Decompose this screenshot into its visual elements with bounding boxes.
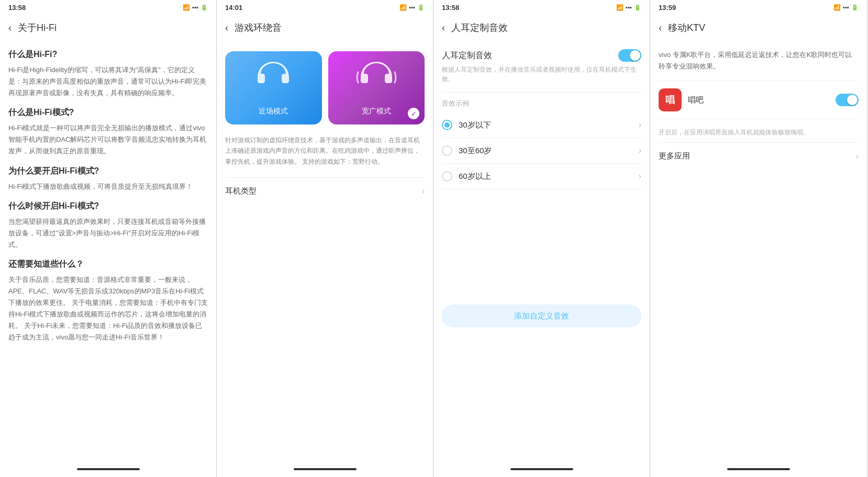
wifi-icon-2: ▪▪▪ <box>409 4 415 10</box>
page-title-3: 人耳定制音效 <box>451 21 508 34</box>
bottom-bar-2 <box>217 461 433 477</box>
back-button-3[interactable]: ‹ <box>442 22 445 33</box>
more-apps-row[interactable]: 更多应用 › <box>659 143 859 169</box>
app-name-changba: 唱吧 <box>688 95 704 105</box>
toggle-thumb-changba <box>847 95 858 105</box>
home-indicator-4 <box>727 468 790 470</box>
battery-icon-4: 🔋 <box>851 4 859 11</box>
more-apps-chevron: › <box>856 152 859 161</box>
status-icons-3: 📶 ▪▪▪ 🔋 <box>616 4 641 11</box>
ktv-content: vivo 专属K歌平台，采用低延迟近返技术，让您在K歌同时也可以聆享专业混响效果… <box>650 41 867 461</box>
signal-icon-4: 📶 <box>833 4 841 11</box>
radio-chevron-1: › <box>639 146 641 155</box>
radio-row-2[interactable]: 60岁以上 › <box>442 164 641 189</box>
status-icons-2: 📶 ▪▪▪ 🔋 <box>399 4 425 11</box>
toggle-thumb <box>630 50 640 61</box>
app-info: 唱吧 <box>688 95 704 105</box>
app-left-changba: 唱 唱吧 <box>659 88 704 111</box>
page-title-1: 关于Hi-Fi <box>18 21 57 34</box>
hifi-h5: 还需要知道些什么？ <box>8 259 208 270</box>
panel-mobile-ktv: 13:59 📶 ▪▪▪ 🔋 ‹ 移动KTV vivo 专属K歌平台，采用低延迟近… <box>650 0 867 477</box>
back-button-1[interactable]: ‹ <box>8 22 12 33</box>
app-row-changba: 唱 唱吧 <box>659 81 859 119</box>
radio-circle-2 <box>442 171 452 181</box>
time-1: 13:58 <box>8 4 26 12</box>
ear-feature-desc: 根据人耳定制音效，并在播放音乐或者视频时使用，仅在耳机模式下生效。 <box>442 65 641 84</box>
radio-left-0: 30岁以下 <box>442 120 491 130</box>
bottom-bar-3 <box>433 461 650 477</box>
hifi-section-4: 什么时候开启Hi-Fi模式? 当您渴望获得最逼真的原声效果时，只要连接耳机或音箱… <box>8 201 208 251</box>
surround-content: 近场模式 宽广模式 ✓ 针对游戏订制的虚拟环绕音技术，基于游戏的多声道输出，在音… <box>217 41 433 461</box>
status-icons-1: 📶 ▪▪▪ 🔋 <box>183 4 208 11</box>
wifi-icon-3: ▪▪▪ <box>626 4 632 10</box>
hifi-h1: 什么是Hi-Fi? <box>8 49 208 60</box>
hifi-section-2: 什么是Hi-Fi模式? Hi-Fi模式就是一种可以将声音完全无损输出的播放模式，… <box>8 107 208 157</box>
status-bar-2: 14:01 📶 ▪▪▪ 🔋 <box>217 0 433 15</box>
card-wide-label: 宽广模式 <box>362 107 391 116</box>
hifi-p3: Hi-Fi模式下播放歌曲或视频，可将音质提升至无损纯真境界！ <box>8 181 208 192</box>
hifi-content: 什么是Hi-Fi? Hi-Fi是High-Fidelity的缩写，可以将其译为"… <box>0 41 216 461</box>
hifi-p4: 当您渴望获得最逼真的原声效果时，只要连接耳机或音箱等外接播放设备，可通过"设置>… <box>8 216 208 251</box>
hifi-p1: Hi-Fi是High-Fidelity的缩写，可以将其译为"高保真"，它的定义是… <box>8 64 208 99</box>
battery-icon-3: 🔋 <box>634 4 641 11</box>
hifi-section-1: 什么是Hi-Fi? Hi-Fi是High-Fidelity的缩写，可以将其译为"… <box>8 49 208 99</box>
home-indicator-1 <box>77 468 140 470</box>
time-2: 14:01 <box>225 4 242 12</box>
radio-label-2: 60岁以上 <box>459 172 491 181</box>
card-selected-check: ✓ <box>408 108 419 119</box>
status-bar-4: 13:59 📶 ▪▪▪ 🔋 <box>650 0 867 15</box>
radio-chevron-2: › <box>639 172 641 181</box>
page-title-2: 游戏环绕音 <box>235 21 282 34</box>
hifi-section-3: 为什么要开启Hi-Fi模式? Hi-Fi模式下播放歌曲或视频，可将音质提升至无损… <box>8 166 208 192</box>
home-indicator-3 <box>510 468 573 470</box>
headphone-wide-icon <box>355 59 397 88</box>
hifi-h3: 为什么要开启Hi-Fi模式? <box>8 166 208 177</box>
time-4: 13:59 <box>659 4 676 12</box>
headphone-near-icon <box>255 59 292 88</box>
ear-content: 人耳定制音效 根据人耳定制音效，并在播放音乐或者视频时使用，仅在耳机模式下生效。… <box>433 41 650 461</box>
radio-row-0[interactable]: 30岁以下 › <box>442 112 641 138</box>
home-indicator-2 <box>294 468 357 470</box>
ear-feature-title: 人耳定制音效 <box>442 50 492 61</box>
surround-card-container: 近场模式 宽广模式 ✓ <box>225 51 425 124</box>
radio-circle-1 <box>442 145 452 156</box>
add-custom-btn[interactable]: 添加自定义音效 <box>442 304 641 327</box>
radio-circle-0 <box>442 120 452 130</box>
panel-hifi-about: 13:58 📶 ▪▪▪ 🔋 ‹ 关于Hi-Fi 什么是Hi-Fi? Hi-Fi是… <box>0 0 217 477</box>
signal-icon-3: 📶 <box>616 4 624 11</box>
ear-feature-header: 人耳定制音效 根据人耳定制音效，并在播放音乐或者视频时使用，仅在耳机模式下生效。 <box>442 41 641 93</box>
radio-row-1[interactable]: 30至60岁 › <box>442 138 641 164</box>
wifi-icon-1: ▪▪▪ <box>192 4 198 10</box>
battery-icon-1: 🔋 <box>201 4 208 11</box>
more-apps-label: 更多应用 <box>659 151 690 161</box>
hifi-h4: 什么时候开启Hi-Fi模式? <box>8 201 208 212</box>
radio-label-1: 30至60岁 <box>459 146 492 156</box>
radio-left-2: 60岁以上 <box>442 171 491 181</box>
card-near-field[interactable]: 近场模式 <box>225 51 322 124</box>
panel-ear-custom: 13:58 📶 ▪▪▪ 🔋 ‹ 人耳定制音效 人耳定制音效 根据人耳定制音效，并… <box>433 0 650 477</box>
hifi-p5: 关于音乐品质，您需要知道：音源格式非常重要，一般来说，APE、FLAC、WAV等… <box>8 274 208 344</box>
back-button-2[interactable]: ‹ <box>225 22 228 33</box>
status-bar-1: 13:58 📶 ▪▪▪ 🔋 <box>0 0 216 15</box>
bottom-bar-4 <box>650 461 867 477</box>
back-button-4[interactable]: ‹ <box>659 22 662 33</box>
hifi-h2: 什么是Hi-Fi模式? <box>8 107 208 118</box>
radio-left-1: 30至60岁 <box>442 145 492 156</box>
card-wide-field[interactable]: 宽广模式 ✓ <box>328 51 425 124</box>
changba-toggle[interactable] <box>836 94 859 106</box>
wifi-icon-4: ▪▪▪ <box>843 4 849 10</box>
signal-icon-1: 📶 <box>183 4 190 11</box>
radio-chevron-0: › <box>639 120 641 130</box>
radio-label-0: 30岁以下 <box>459 120 491 130</box>
changba-icon-text: 唱 <box>665 94 675 106</box>
hifi-p2: Hi-Fi模式就是一种可以将声音完全无损输出的播放模式，通过vivo智能手机内置… <box>8 122 208 157</box>
changba-app-desc: 开启后，在应用演唱界面插入耳机就能体验极致嗨唱。 <box>659 122 859 143</box>
ear-feature-toggle[interactable] <box>618 49 641 62</box>
earphone-type-row[interactable]: 耳机类型 › <box>225 177 425 205</box>
card-near-label: 近场模式 <box>259 107 288 116</box>
bottom-bar-1 <box>0 461 216 477</box>
battery-icon-2: 🔋 <box>417 4 425 11</box>
radio-dot-0 <box>444 122 450 128</box>
earphone-type-chevron: › <box>422 187 425 196</box>
ear-title-row: 人耳定制音效 <box>442 49 641 62</box>
